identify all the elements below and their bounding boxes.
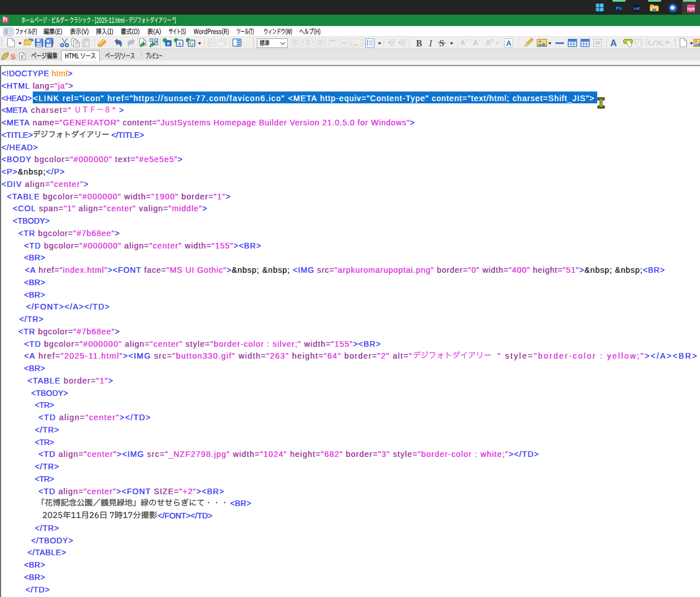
svg-text:e: e: [178, 40, 181, 46]
svg-text:5: 5: [20, 54, 23, 60]
svg-text:A: A: [485, 39, 491, 47]
svg-text:e: e: [167, 40, 170, 46]
svg-text:hpb: hpb: [688, 6, 695, 11]
svg-text:LrC: LrC: [634, 6, 640, 10]
svg-text:A: A: [506, 39, 512, 47]
svg-text:-: -: [478, 37, 480, 43]
svg-text:Ps: Ps: [616, 6, 622, 11]
svg-text:A: A: [473, 39, 478, 47]
svg-text:A: A: [460, 39, 465, 47]
svg-text:B: B: [416, 38, 422, 48]
svg-text:G: G: [189, 40, 194, 46]
svg-text:A: A: [610, 38, 617, 48]
svg-text:I: I: [428, 38, 432, 48]
svg-text:+: +: [465, 37, 468, 43]
